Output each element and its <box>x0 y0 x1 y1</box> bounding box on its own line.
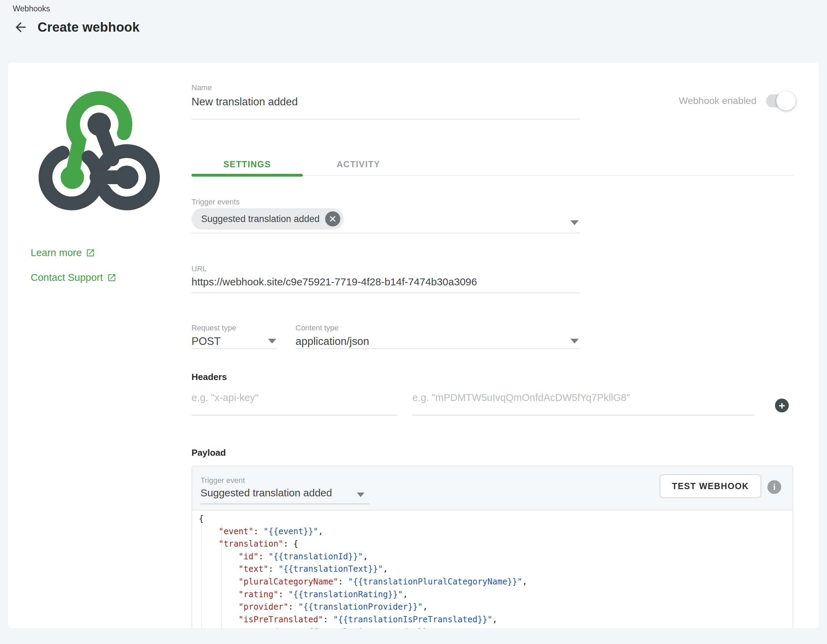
request-type-underline <box>192 348 278 349</box>
request-type-label: Request type <box>192 324 236 333</box>
request-type-select[interactable]: POST <box>192 335 220 348</box>
contact-support-link[interactable]: Contact Support <box>31 272 116 283</box>
webhook-enabled-row: Webhook enabled <box>679 94 792 107</box>
name-label: Name <box>192 83 212 92</box>
webhook-enabled-toggle[interactable] <box>766 94 792 107</box>
header-key-underline <box>192 415 397 415</box>
create-webhook-page: Webhooks Create webhook Learn more <box>0 0 827 644</box>
chip-label: Suggested translation added <box>201 214 320 224</box>
page-title: Create webhook <box>37 20 139 35</box>
url-label: URL <box>192 264 207 273</box>
chevron-down-icon <box>357 493 364 497</box>
learn-more-label: Learn more <box>31 247 82 258</box>
chip-remove-button[interactable]: ✕ <box>325 212 340 227</box>
chevron-down-icon <box>570 339 579 344</box>
header-key-input[interactable] <box>192 387 397 408</box>
payload-panel: Trigger event Suggested translation adde… <box>192 466 793 628</box>
chevron-down-icon <box>268 339 276 344</box>
header-value-underline <box>412 415 754 415</box>
arrow-back-icon <box>13 20 28 35</box>
test-webhook-button[interactable]: TEST WEBHOOK <box>660 474 761 498</box>
title-row: Create webhook <box>13 19 139 35</box>
trigger-events-label: Trigger events <box>192 198 240 207</box>
external-link-icon <box>107 273 116 282</box>
back-button[interactable] <box>13 19 28 35</box>
name-input[interactable] <box>192 96 570 108</box>
trigger-events-underline[interactable] <box>192 233 580 233</box>
name-underline <box>192 119 580 120</box>
payload-trigger-event-label: Trigger event <box>200 476 245 485</box>
trigger-event-chip: Suggested translation added ✕ <box>192 208 344 230</box>
header-value-input[interactable] <box>412 387 754 408</box>
contact-support-label: Contact Support <box>31 272 103 283</box>
content-type-underline <box>295 348 580 349</box>
webhook-enabled-label: Webhook enabled <box>679 95 757 106</box>
content-type-select[interactable]: application/json <box>295 335 369 348</box>
tab-activity[interactable]: ACTIVITY <box>303 155 414 174</box>
toggle-thumb <box>776 91 796 110</box>
payload-trigger-event-select[interactable]: Suggested translation added <box>200 487 332 499</box>
payload-panel-header: Trigger event Suggested translation adde… <box>192 467 793 510</box>
add-header-button[interactable]: + <box>775 398 789 412</box>
payload-code: { "event": "{{event}}", "translation": {… <box>199 513 527 628</box>
plus-icon: + <box>779 399 785 412</box>
url-underline <box>192 292 580 293</box>
webhook-logo <box>30 85 168 221</box>
payload-code-editor[interactable]: { "event": "{{event}}", "translation": {… <box>192 511 793 628</box>
active-tab-indicator <box>192 174 303 177</box>
breadcrumb[interactable]: Webhooks <box>13 4 50 13</box>
chevron-down-icon <box>570 220 579 225</box>
content-type-label: Content type <box>295 324 339 333</box>
info-icon[interactable]: i <box>768 480 781 494</box>
learn-more-link[interactable]: Learn more <box>31 247 95 258</box>
payload-trigger-event-underline <box>200 504 369 504</box>
headers-heading: Headers <box>192 372 227 383</box>
tab-bar: SETTINGS ACTIVITY <box>192 155 414 174</box>
tab-settings[interactable]: SETTINGS <box>192 155 303 174</box>
webhook-card: Learn more Contact Support Name Webhook … <box>8 63 819 628</box>
payload-heading: Payload <box>192 448 226 458</box>
external-link-icon <box>86 248 95 257</box>
url-input[interactable] <box>192 276 577 288</box>
